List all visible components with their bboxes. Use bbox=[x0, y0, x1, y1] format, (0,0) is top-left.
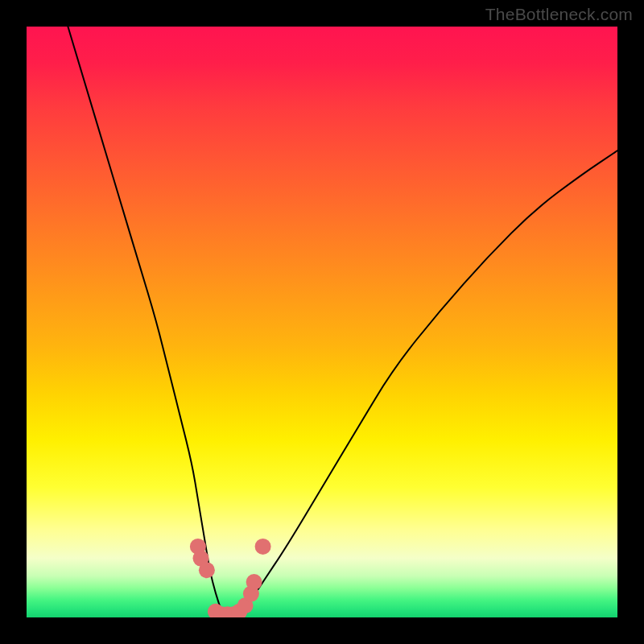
bottleneck-curve-svg bbox=[27, 27, 617, 617]
curve-marker bbox=[255, 539, 271, 555]
curve-marker bbox=[246, 574, 262, 590]
curve-marker bbox=[199, 562, 215, 578]
plot-area bbox=[27, 27, 617, 617]
curve-markers bbox=[190, 539, 271, 617]
watermark-text: TheBottleneck.com bbox=[485, 5, 633, 24]
chart-frame: TheBottleneck.com bbox=[0, 0, 644, 644]
bottleneck-curve bbox=[68, 27, 617, 617]
